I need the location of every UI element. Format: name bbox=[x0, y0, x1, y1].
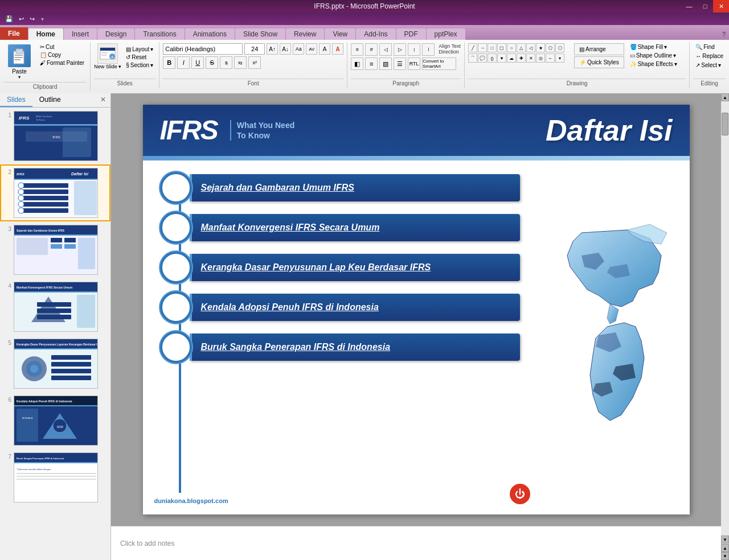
tab-slideshow[interactable]: Slide Show bbox=[235, 28, 285, 40]
scroll-down-btn[interactable]: ▼ bbox=[721, 536, 729, 543]
scroll-extra2[interactable]: ▼ bbox=[721, 552, 729, 560]
shadow-button[interactable]: s bbox=[220, 56, 232, 69]
char-spacing-btn[interactable]: AV bbox=[306, 43, 317, 55]
tab-file[interactable]: File bbox=[0, 27, 28, 40]
section-button[interactable]: § Section ▾ bbox=[124, 61, 155, 69]
align-left-btn[interactable]: ◧ bbox=[351, 57, 363, 70]
ribbon-help[interactable]: ? bbox=[719, 28, 729, 40]
italic-button[interactable]: I bbox=[177, 56, 190, 69]
shape-cross-btn[interactable]: ✕ bbox=[526, 53, 535, 63]
tab-animations[interactable]: Animations bbox=[185, 28, 235, 40]
copy-button[interactable]: 📋 Copy bbox=[38, 51, 87, 59]
shape-arrow-btn[interactable]: → bbox=[478, 43, 487, 52]
align-center-btn[interactable]: ≡ bbox=[365, 57, 378, 70]
paste-button[interactable]: Paste ▾ bbox=[3, 43, 35, 81]
clear-format-btn[interactable]: Aa bbox=[293, 43, 304, 55]
line-spacing-btn[interactable]: ↕ bbox=[408, 43, 420, 56]
save-quick-btn[interactable]: 💾 bbox=[3, 15, 15, 23]
shape-cloud-btn[interactable]: ☁ bbox=[507, 53, 516, 63]
outline-tab[interactable]: Outline bbox=[32, 93, 68, 107]
scroll-track[interactable] bbox=[721, 101, 729, 536]
scroll-extra1[interactable]: ▲ bbox=[721, 544, 729, 552]
shape-wave-btn[interactable]: ～ bbox=[546, 53, 555, 63]
reset-button[interactable]: ↺ Reset bbox=[124, 53, 155, 61]
undo-quick-btn[interactable]: ↩ bbox=[17, 15, 26, 23]
shape-rtri-btn[interactable]: ◁ bbox=[526, 43, 535, 52]
tab-home[interactable]: Home bbox=[28, 28, 63, 40]
shape-penta-btn[interactable]: ⬠ bbox=[546, 43, 555, 52]
scroll-up-btn[interactable]: ▲ bbox=[721, 93, 729, 101]
notes-area[interactable]: Click to add notes bbox=[111, 526, 721, 560]
superscript-btn[interactable]: x² bbox=[248, 56, 261, 69]
tab-pdf[interactable]: PDF bbox=[396, 28, 426, 40]
rtl-btn[interactable]: RTL bbox=[408, 57, 420, 70]
slide-thumb-4[interactable]: 4 Manfaat Konvergensi IFRS Secara Umum bbox=[0, 278, 110, 335]
shape-fill-button[interactable]: 🪣 Shape Fill ▾ bbox=[628, 43, 679, 51]
tab-addins[interactable]: Add-Ins bbox=[356, 28, 395, 40]
panel-close-btn[interactable]: ✕ bbox=[96, 93, 110, 107]
shape-more-btn[interactable]: ▾ bbox=[555, 53, 564, 63]
underline-button[interactable]: U bbox=[191, 56, 204, 69]
shape-rrect-btn[interactable]: ▢ bbox=[497, 43, 506, 52]
decrease-font-btn[interactable]: A↓ bbox=[280, 43, 291, 55]
format-painter-button[interactable]: 🖌 Format Painter bbox=[38, 59, 87, 67]
shape-curve-btn[interactable]: ⌒ bbox=[468, 53, 477, 63]
cut-button[interactable]: ✂ Cut bbox=[38, 43, 87, 51]
slide-thumb-1[interactable]: 1 IFRS What You Need To Know IFRS bbox=[0, 108, 110, 164]
shape-callout-btn[interactable]: 💬 bbox=[478, 53, 487, 63]
scroll-thumb[interactable] bbox=[722, 113, 728, 135]
minimize-button[interactable]: — bbox=[681, 0, 697, 13]
tab-transitions[interactable]: Transitions bbox=[135, 28, 184, 40]
tab-pptplex[interactable]: pptPlex bbox=[427, 28, 465, 40]
font-color-btn[interactable]: A bbox=[332, 43, 343, 55]
maximize-button[interactable]: □ bbox=[697, 0, 713, 13]
tab-insert[interactable]: Insert bbox=[64, 28, 97, 40]
bullets-btn[interactable]: ≡ bbox=[351, 43, 363, 56]
find-button[interactable]: 🔍 Find bbox=[693, 43, 716, 51]
shape-hex-btn[interactable]: ⬡ bbox=[555, 43, 564, 52]
shape-oval-btn[interactable]: ○ bbox=[507, 43, 516, 52]
tab-view[interactable]: View bbox=[325, 28, 355, 40]
increase-font-btn[interactable]: A↑ bbox=[267, 43, 278, 55]
strikethrough-button[interactable]: S bbox=[206, 56, 218, 69]
decrease-indent-btn[interactable]: ◁ bbox=[379, 43, 392, 56]
shape-tri-btn[interactable]: △ bbox=[517, 43, 526, 52]
subscript-btn[interactable]: x₂ bbox=[234, 56, 247, 69]
increase-indent-btn[interactable]: ▷ bbox=[394, 43, 406, 56]
shape-line-btn[interactable]: ╱ bbox=[468, 43, 477, 52]
slide-container[interactable]: IFRS What You Need To Know Daftar Isi bbox=[111, 93, 721, 526]
quick-styles-button[interactable]: ⚡ Quick Styles bbox=[574, 56, 624, 68]
shape-rect-btn[interactable]: □ bbox=[488, 43, 497, 52]
numbering-btn[interactable]: # bbox=[365, 43, 378, 56]
justify-btn[interactable]: ☰ bbox=[394, 57, 406, 70]
bold-button[interactable]: B bbox=[163, 56, 175, 69]
font-name-input[interactable] bbox=[163, 43, 243, 55]
right-scrollbar[interactable]: ▲ ▼ ▲ ▼ bbox=[721, 93, 729, 560]
slide-thumb-2[interactable]: 2 IFRS Daftar Isi bbox=[0, 164, 110, 221]
shape-heart-btn[interactable]: ♥ bbox=[497, 53, 506, 63]
replace-button[interactable]: ↔ Replace bbox=[693, 52, 726, 60]
columns-btn[interactable]: ⁞ bbox=[422, 43, 435, 56]
slide-thumb-5[interactable]: 5 Kerangka Dasar Penyusunan Laporan Keua… bbox=[0, 335, 110, 392]
arrange-button[interactable]: ▤ Arrange bbox=[574, 43, 624, 55]
slide-thumb-7[interactable]: 7 Buruk Sangka Penerapan IFRS di Indones… bbox=[0, 449, 110, 506]
slide-thumb-3[interactable]: 3 Sejarah dan Gambaran Umum IFRS bbox=[0, 221, 110, 278]
redo-quick-btn[interactable]: ↪ bbox=[28, 15, 36, 23]
shape-star-btn[interactable]: ★ bbox=[536, 43, 545, 52]
slides-tab[interactable]: Slides bbox=[0, 93, 32, 107]
convert-smartart-btn[interactable]: Convert to SmartArt bbox=[422, 57, 456, 70]
shape-ring-btn[interactable]: ◎ bbox=[536, 53, 545, 63]
tab-design[interactable]: Design bbox=[97, 28, 134, 40]
select-button[interactable]: ↗ Select ▾ bbox=[693, 61, 723, 69]
tab-review[interactable]: Review bbox=[286, 28, 324, 40]
layout-button[interactable]: ▤ Layout ▾ bbox=[124, 46, 155, 53]
shape-outline-button[interactable]: ▭ Shape Outline ▾ bbox=[628, 52, 679, 59]
slide-thumb-6[interactable]: 6 Kendala Adopsi Penuh IFRS di Indonesia… bbox=[0, 392, 110, 449]
align-right-btn[interactable]: ▧ bbox=[379, 57, 392, 70]
shape-effects-button[interactable]: ✨ Shape Effects ▾ bbox=[628, 60, 679, 68]
shape-plus-btn[interactable]: ✚ bbox=[517, 53, 526, 63]
font-size-input[interactable] bbox=[244, 43, 265, 55]
change-case-btn[interactable]: A bbox=[319, 43, 330, 55]
shape-bracket-btn[interactable]: {} bbox=[488, 53, 497, 63]
close-button[interactable]: ✕ bbox=[713, 0, 729, 13]
